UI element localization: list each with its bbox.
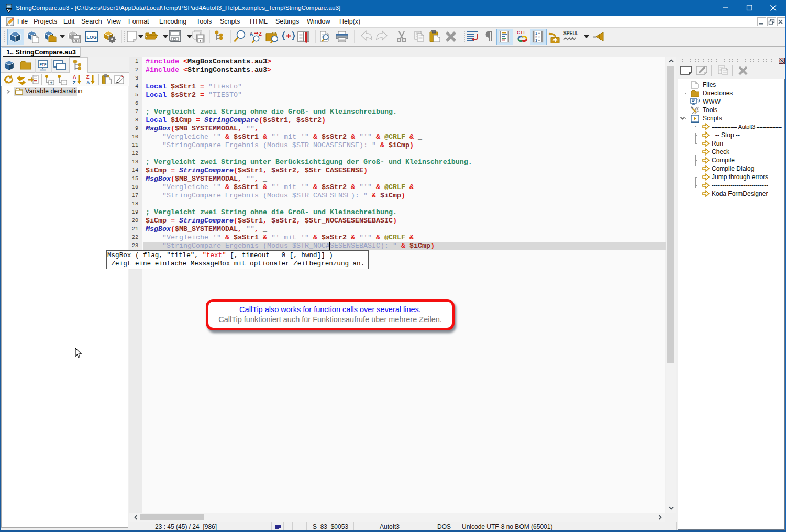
svg-text:1: 1 — [535, 31, 537, 35]
svg-text:Z: Z — [259, 31, 262, 37]
svg-text:−: − — [62, 80, 65, 85]
svg-text:A: A — [73, 74, 76, 80]
svg-text:A: A — [250, 31, 253, 37]
svg-text:LOG: LOG — [86, 35, 97, 40]
svg-text:+: + — [50, 80, 52, 85]
svg-text:Z: Z — [86, 74, 90, 80]
svg-text:3: 3 — [535, 39, 537, 42]
svg-text:SPELL: SPELL — [563, 30, 578, 36]
svg-text:C++: C++ — [517, 30, 525, 35]
svg-text:Z: Z — [73, 80, 76, 85]
svg-text:2: 2 — [535, 35, 537, 39]
svg-text:A: A — [86, 80, 90, 85]
svg-text:FTP: FTP — [39, 63, 47, 66]
